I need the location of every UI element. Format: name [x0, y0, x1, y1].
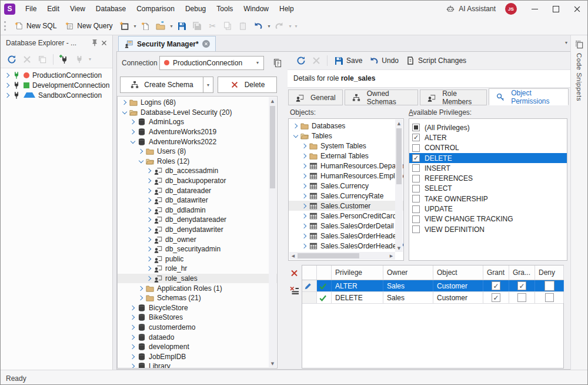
chevron-right-icon[interactable] [145, 267, 153, 270]
chevron-right-icon[interactable] [300, 224, 309, 228]
objects-tree-item[interactable]: Sales.Customer [289, 201, 403, 211]
security-tree-item[interactable]: role_hr [118, 264, 277, 274]
undo-dropdown[interactable]: ▾ [266, 24, 272, 29]
tab-general[interactable]: General [288, 89, 343, 105]
explorer-close-icon[interactable] [99, 38, 109, 48]
delete-connection-button[interactable] [20, 52, 34, 67]
chevron-right-icon[interactable] [145, 208, 153, 212]
permission-row[interactable]: ALTERSalesCustomer✓✓ [302, 280, 563, 292]
security-tree-item[interactable]: development [118, 342, 277, 352]
tab-security-manager[interactable]: Security Manager* [118, 36, 216, 51]
new-sql-button[interactable]: New SQL [10, 19, 61, 33]
objects-tree-item[interactable]: HumanResources.Departn [289, 161, 403, 171]
privilege-checkbox[interactable]: ✓ [412, 154, 420, 162]
chevron-right-icon[interactable] [3, 94, 12, 97]
menu-window[interactable]: Window [238, 1, 274, 17]
column-header-gra[interactable]: Gra... [509, 265, 535, 280]
objects-tree-item[interactable]: Tables [289, 131, 403, 141]
security-tree-item[interactable]: Application Roles (1) [118, 283, 277, 293]
security-tree-item[interactable]: db_accessadmin [118, 166, 277, 176]
tab-role-members[interactable]: Role Members [420, 89, 487, 105]
privilege-checkbox[interactable] [412, 215, 420, 223]
chevron-right-icon[interactable] [136, 287, 145, 290]
objects-tree-item[interactable]: Sales.PersonCreditCard [289, 211, 403, 221]
security-tree-item[interactable]: customerdemo [118, 323, 277, 333]
chevron-right-icon[interactable] [300, 244, 309, 248]
chevron-right-icon[interactable] [128, 130, 137, 134]
new-document-dropdown[interactable]: ▾ [132, 24, 138, 29]
privilege-cell[interactable]: ALTER [332, 280, 383, 291]
chevron-down-icon[interactable] [136, 160, 145, 162]
column-header-owner[interactable]: Owner [383, 265, 433, 280]
user-avatar[interactable]: JS [505, 3, 517, 15]
privilege-row[interactable]: VIEW CHANGE TRACKING [409, 214, 567, 224]
grant-option-cell[interactable]: ✓ [509, 280, 535, 291]
grant-option-cell[interactable] [509, 292, 535, 303]
grid-checkbox[interactable] [517, 293, 526, 302]
privilege-row[interactable]: ✓ALTER [409, 132, 567, 142]
connection-combobox[interactable]: ProductionConnection ▾ [159, 56, 264, 70]
objects-tree-item[interactable]: Sales.CurrencyRate [289, 191, 403, 201]
grid-checkbox[interactable]: ✓ [492, 293, 500, 302]
privilege-row[interactable]: ✓DELETE [409, 153, 567, 163]
privilege-row[interactable]: UPDATE [409, 204, 567, 214]
objects-tree-item[interactable]: External Tables [289, 151, 403, 161]
menu-database[interactable]: Database [91, 1, 131, 17]
privilege-checkbox[interactable] [412, 175, 420, 182]
connection-row[interactable]: ProductionConnection [1, 70, 112, 80]
chevron-right-icon[interactable] [3, 74, 12, 77]
chevron-down-icon[interactable] [291, 135, 300, 137]
chevron-right-icon[interactable] [128, 326, 137, 329]
security-tree-item[interactable]: Roles (12) [118, 157, 277, 167]
objects-tree-item[interactable]: Sales.SalesOrderDetail [289, 221, 403, 231]
tab-object-permissions[interactable]: Object Permissions [489, 88, 569, 105]
privilege-checkbox[interactable]: ✓ [412, 134, 420, 141]
privilege-checkbox[interactable] [412, 185, 420, 192]
security-tree-item[interactable]: role_sales [118, 274, 277, 284]
column-header-object[interactable]: Object [433, 265, 483, 280]
deny-cell[interactable] [535, 280, 564, 291]
cut-button[interactable]: ✂ [205, 19, 219, 33]
chevron-right-icon[interactable] [145, 169, 153, 172]
chevron-right-icon[interactable] [145, 198, 153, 202]
security-tree-item[interactable]: Logins (68) [118, 98, 277, 108]
privilege-row[interactable]: TAKE OWNERSHIP [409, 194, 567, 204]
chevron-right-icon[interactable] [300, 174, 309, 178]
pin-icon[interactable] [90, 38, 99, 48]
column-header-blank[interactable] [317, 265, 332, 280]
connection-combobox-dropdown[interactable]: ▾ [255, 60, 260, 65]
create-schema-button[interactable]: Create Schema [120, 77, 203, 93]
objects-tree-item[interactable]: Sales.SalesOrderHeader [289, 231, 403, 241]
privilege-row[interactable]: VIEW DEFINITION [409, 224, 567, 234]
security-tree-item[interactable]: JobEmplDB [118, 351, 277, 361]
objects-tree-item[interactable]: Databases [289, 121, 403, 131]
script-changes-button[interactable]: Script Changes [402, 54, 470, 68]
chevron-right-icon[interactable] [136, 150, 145, 153]
security-tree-item[interactable]: Users (8) [118, 147, 277, 157]
connection-row[interactable]: DevelopmentConnection [1, 80, 112, 90]
object-cell[interactable]: Customer [433, 292, 483, 303]
security-tree-item[interactable]: dataedo [118, 332, 277, 342]
privilege-cell[interactable]: DELETE [332, 292, 383, 303]
chevron-right-icon[interactable] [300, 154, 309, 158]
menu-help[interactable]: Help [274, 1, 299, 17]
details-refresh-button[interactable] [294, 54, 308, 68]
security-tree-item[interactable]: db_owner [118, 234, 277, 244]
objects-vscrollbar[interactable]: ▲ ▼ [395, 120, 403, 252]
column-header-grant[interactable]: Grant [483, 265, 509, 280]
menu-comparison[interactable]: Comparison [131, 1, 180, 17]
security-tree-item[interactable]: db_datareader [118, 185, 277, 195]
security-tree-item[interactable]: db_datawriter [118, 195, 277, 205]
paste-button[interactable] [236, 19, 250, 33]
undo-button[interactable] [251, 19, 265, 33]
objects-hscrollbar[interactable]: ◀ ▶ [289, 252, 395, 260]
security-tree-item[interactable]: Database-Level Security (20) [118, 108, 277, 118]
privilege-checkbox[interactable] [412, 225, 420, 233]
connect-dropdown[interactable]: ▾ [87, 57, 93, 62]
open-file-dropdown[interactable]: ▾ [168, 24, 174, 29]
privilege-checkbox[interactable] [412, 164, 420, 172]
menu-edit[interactable]: Edit [42, 1, 65, 17]
chevron-right-icon[interactable] [128, 355, 137, 359]
privilege-row[interactable]: SELECT [409, 184, 567, 194]
objects-tree-item[interactable]: System Tables [289, 141, 403, 151]
